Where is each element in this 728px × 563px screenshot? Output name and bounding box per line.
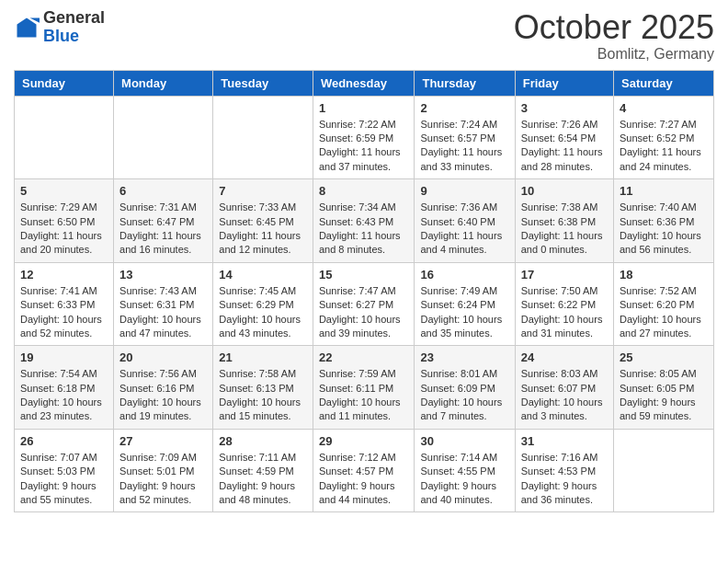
day-info: Sunrise: 7:58 AM Sunset: 6:13 PM Dayligh… xyxy=(219,367,307,424)
day-number: 4 xyxy=(620,101,708,115)
day-number: 16 xyxy=(420,268,508,282)
title-block: October 2025 Bomlitz, Germany xyxy=(514,9,714,63)
day-info: Sunrise: 7:52 AM Sunset: 6:20 PM Dayligh… xyxy=(620,284,708,341)
calendar-cell: 21Sunrise: 7:58 AM Sunset: 6:13 PM Dayli… xyxy=(213,346,313,430)
calendar-cell: 1Sunrise: 7:22 AM Sunset: 6:59 PM Daylig… xyxy=(313,96,415,179)
calendar-cell: 24Sunrise: 8:03 AM Sunset: 6:07 PM Dayli… xyxy=(515,346,613,430)
day-number: 7 xyxy=(219,184,307,198)
day-info: Sunrise: 7:09 AM Sunset: 5:01 PM Dayligh… xyxy=(119,451,207,508)
day-number: 24 xyxy=(521,350,608,364)
day-number: 8 xyxy=(319,184,409,198)
calendar-cell: 17Sunrise: 7:50 AM Sunset: 6:22 PM Dayli… xyxy=(515,262,613,346)
day-info: Sunrise: 8:03 AM Sunset: 6:07 PM Dayligh… xyxy=(521,367,608,424)
day-info: Sunrise: 7:33 AM Sunset: 6:45 PM Dayligh… xyxy=(219,201,307,258)
day-header-tuesday: Tuesday xyxy=(213,70,313,96)
calendar-cell: 25Sunrise: 8:05 AM Sunset: 6:05 PM Dayli… xyxy=(614,346,714,430)
day-info: Sunrise: 7:07 AM Sunset: 5:03 PM Dayligh… xyxy=(20,451,108,508)
day-number: 26 xyxy=(20,434,108,448)
day-info: Sunrise: 7:36 AM Sunset: 6:40 PM Dayligh… xyxy=(420,201,508,258)
calendar-week-row: 5Sunrise: 7:29 AM Sunset: 6:50 PM Daylig… xyxy=(15,179,714,263)
calendar-cell xyxy=(614,429,714,512)
day-number: 2 xyxy=(420,101,508,115)
calendar-cell: 10Sunrise: 7:38 AM Sunset: 6:38 PM Dayli… xyxy=(515,179,613,263)
calendar-cell: 19Sunrise: 7:54 AM Sunset: 6:18 PM Dayli… xyxy=(15,346,114,430)
calendar-cell: 14Sunrise: 7:45 AM Sunset: 6:29 PM Dayli… xyxy=(213,262,313,346)
calendar-week-row: 1Sunrise: 7:22 AM Sunset: 6:59 PM Daylig… xyxy=(15,96,714,179)
calendar-table: SundayMondayTuesdayWednesdayThursdayFrid… xyxy=(14,70,714,513)
day-info: Sunrise: 7:47 AM Sunset: 6:27 PM Dayligh… xyxy=(319,284,409,341)
day-number: 10 xyxy=(521,184,608,198)
calendar-cell: 7Sunrise: 7:33 AM Sunset: 6:45 PM Daylig… xyxy=(213,179,313,263)
logo-text: General Blue xyxy=(43,9,105,46)
day-number: 9 xyxy=(420,184,508,198)
day-number: 29 xyxy=(319,434,409,448)
calendar-week-row: 12Sunrise: 7:41 AM Sunset: 6:33 PM Dayli… xyxy=(15,262,714,346)
calendar-cell: 2Sunrise: 7:24 AM Sunset: 6:57 PM Daylig… xyxy=(415,96,515,179)
day-number: 3 xyxy=(521,101,608,115)
day-info: Sunrise: 7:59 AM Sunset: 6:11 PM Dayligh… xyxy=(319,367,409,424)
day-number: 14 xyxy=(219,268,307,282)
calendar-cell: 28Sunrise: 7:11 AM Sunset: 4:59 PM Dayli… xyxy=(213,429,313,512)
logo-icon xyxy=(14,15,40,40)
day-info: Sunrise: 8:01 AM Sunset: 6:09 PM Dayligh… xyxy=(420,367,508,424)
calendar-cell: 13Sunrise: 7:43 AM Sunset: 6:31 PM Dayli… xyxy=(114,262,213,346)
day-number: 13 xyxy=(119,268,207,282)
day-info: Sunrise: 7:43 AM Sunset: 6:31 PM Dayligh… xyxy=(119,284,207,341)
day-number: 19 xyxy=(20,350,108,364)
day-info: Sunrise: 7:38 AM Sunset: 6:38 PM Dayligh… xyxy=(521,201,608,258)
calendar-cell: 4Sunrise: 7:27 AM Sunset: 6:52 PM Daylig… xyxy=(614,96,714,179)
day-info: Sunrise: 7:22 AM Sunset: 6:59 PM Dayligh… xyxy=(319,118,409,175)
location: Bomlitz, Germany xyxy=(514,46,714,63)
calendar-cell: 31Sunrise: 7:16 AM Sunset: 4:53 PM Dayli… xyxy=(515,429,613,512)
day-number: 23 xyxy=(420,350,508,364)
day-number: 17 xyxy=(521,268,608,282)
day-info: Sunrise: 7:16 AM Sunset: 4:53 PM Dayligh… xyxy=(521,451,608,508)
calendar-cell: 29Sunrise: 7:12 AM Sunset: 4:57 PM Dayli… xyxy=(313,429,415,512)
day-header-sunday: Sunday xyxy=(15,70,114,96)
logo: General Blue xyxy=(14,9,105,46)
calendar-week-row: 26Sunrise: 7:07 AM Sunset: 5:03 PM Dayli… xyxy=(15,429,714,512)
day-number: 31 xyxy=(521,434,608,448)
calendar-cell xyxy=(213,96,313,179)
day-number: 28 xyxy=(219,434,307,448)
logo-blue: Blue xyxy=(43,28,105,46)
day-number: 30 xyxy=(420,434,508,448)
day-info: Sunrise: 7:29 AM Sunset: 6:50 PM Dayligh… xyxy=(20,201,108,258)
day-info: Sunrise: 7:49 AM Sunset: 6:24 PM Dayligh… xyxy=(420,284,508,341)
calendar-header-row: SundayMondayTuesdayWednesdayThursdayFrid… xyxy=(15,70,714,96)
calendar-cell: 6Sunrise: 7:31 AM Sunset: 6:47 PM Daylig… xyxy=(114,179,213,263)
day-info: Sunrise: 7:50 AM Sunset: 6:22 PM Dayligh… xyxy=(521,284,608,341)
day-info: Sunrise: 7:45 AM Sunset: 6:29 PM Dayligh… xyxy=(219,284,307,341)
day-header-monday: Monday xyxy=(114,70,213,96)
day-header-friday: Friday xyxy=(515,70,613,96)
calendar-cell: 15Sunrise: 7:47 AM Sunset: 6:27 PM Dayli… xyxy=(313,262,415,346)
svg-marker-0 xyxy=(17,17,37,37)
calendar-cell: 27Sunrise: 7:09 AM Sunset: 5:01 PM Dayli… xyxy=(114,429,213,512)
day-number: 11 xyxy=(620,184,708,198)
calendar-cell: 20Sunrise: 7:56 AM Sunset: 6:16 PM Dayli… xyxy=(114,346,213,430)
day-info: Sunrise: 7:11 AM Sunset: 4:59 PM Dayligh… xyxy=(219,451,307,508)
day-info: Sunrise: 8:05 AM Sunset: 6:05 PM Dayligh… xyxy=(620,367,708,424)
day-number: 21 xyxy=(219,350,307,364)
day-number: 25 xyxy=(620,350,708,364)
day-header-saturday: Saturday xyxy=(614,70,714,96)
calendar-cell xyxy=(114,96,213,179)
day-number: 15 xyxy=(319,268,409,282)
calendar-cell: 9Sunrise: 7:36 AM Sunset: 6:40 PM Daylig… xyxy=(415,179,515,263)
day-number: 20 xyxy=(119,350,207,364)
day-number: 6 xyxy=(119,184,207,198)
day-info: Sunrise: 7:24 AM Sunset: 6:57 PM Dayligh… xyxy=(420,118,508,175)
calendar-cell: 22Sunrise: 7:59 AM Sunset: 6:11 PM Dayli… xyxy=(313,346,415,430)
logo-general: General xyxy=(43,9,105,28)
calendar-cell: 16Sunrise: 7:49 AM Sunset: 6:24 PM Dayli… xyxy=(415,262,515,346)
day-number: 27 xyxy=(119,434,207,448)
day-info: Sunrise: 7:14 AM Sunset: 4:55 PM Dayligh… xyxy=(420,451,508,508)
day-info: Sunrise: 7:56 AM Sunset: 6:16 PM Dayligh… xyxy=(119,367,207,424)
calendar-cell: 5Sunrise: 7:29 AM Sunset: 6:50 PM Daylig… xyxy=(15,179,114,263)
calendar-cell: 8Sunrise: 7:34 AM Sunset: 6:43 PM Daylig… xyxy=(313,179,415,263)
day-info: Sunrise: 7:54 AM Sunset: 6:18 PM Dayligh… xyxy=(20,367,108,424)
calendar-cell xyxy=(15,96,114,179)
calendar-cell: 30Sunrise: 7:14 AM Sunset: 4:55 PM Dayli… xyxy=(415,429,515,512)
day-header-thursday: Thursday xyxy=(415,70,515,96)
calendar-cell: 12Sunrise: 7:41 AM Sunset: 6:33 PM Dayli… xyxy=(15,262,114,346)
